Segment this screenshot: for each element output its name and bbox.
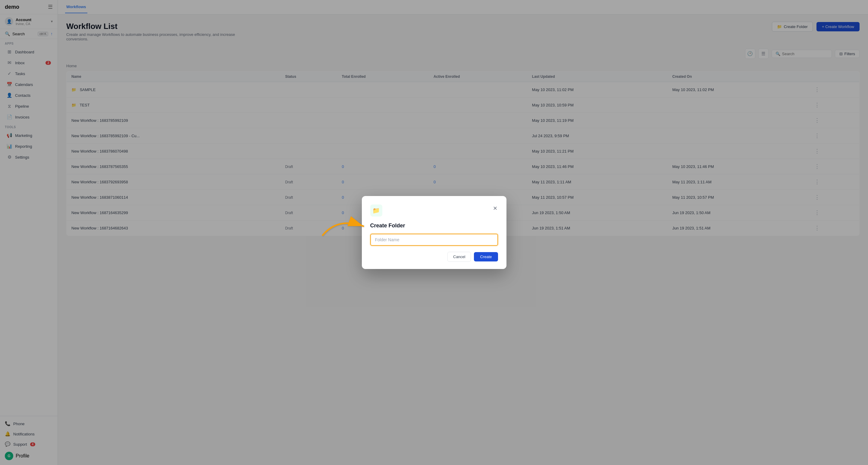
main-content: Workflows Workflow List Create and manag… [58,0,868,465]
modal-header: 📁 ✕ [370,204,498,216]
modal-overlay[interactable]: 📁 ✕ Create Folder Cancel Create [58,0,868,465]
create-button[interactable]: Create [474,252,498,261]
modal-close-button[interactable]: ✕ [492,204,498,212]
modal-footer: Cancel Create [370,252,498,262]
modal-title: Create Folder [370,223,498,229]
modal-folder-icon: 📁 [370,204,382,216]
cancel-button[interactable]: Cancel [447,252,471,262]
arrow-annotation [320,214,368,239]
create-folder-modal: 📁 ✕ Create Folder Cancel Create [362,196,506,269]
folder-name-input[interactable] [370,234,498,246]
